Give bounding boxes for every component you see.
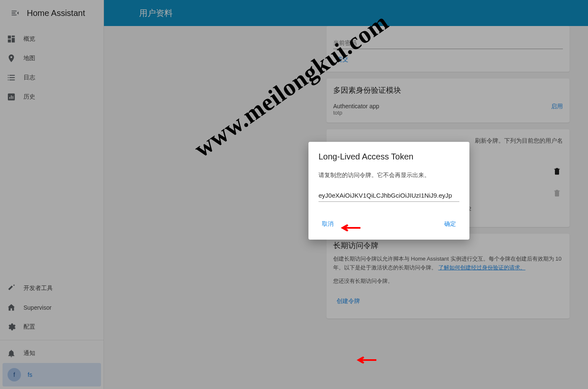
svg-marker-5 xyxy=(357,357,363,363)
token-value-input[interactable] xyxy=(319,189,459,202)
ok-button[interactable]: 确定 xyxy=(441,217,459,231)
modal-overlay[interactable] xyxy=(0,0,588,389)
annotation-arrow-icon xyxy=(337,222,363,233)
dialog-message: 请复制您的访问令牌。它不会再显示出来。 xyxy=(319,172,459,179)
annotation-arrow-icon xyxy=(353,355,378,366)
svg-marker-4 xyxy=(341,225,347,231)
dialog-title: Long-Lived Access Token xyxy=(319,152,459,162)
cancel-button[interactable]: 取消 xyxy=(319,217,337,231)
token-dialog: Long-Lived Access Token 请复制您的访问令牌。它不会再显示… xyxy=(308,142,469,240)
